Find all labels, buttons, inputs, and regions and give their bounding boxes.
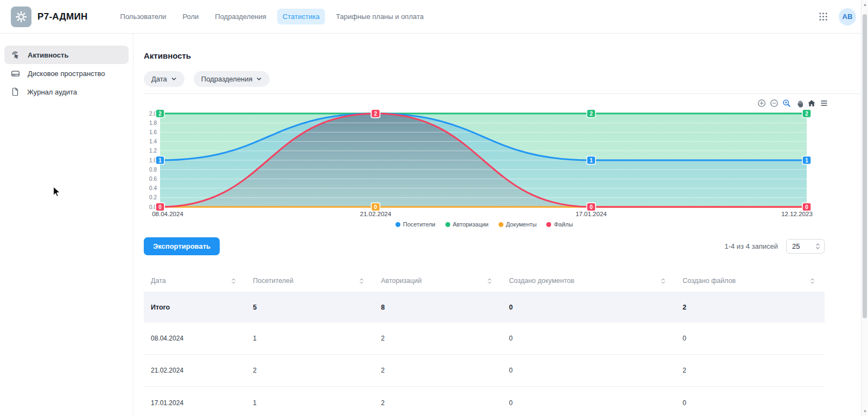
sort-icon[interactable]	[660, 278, 667, 285]
legend-label: Посетители	[403, 221, 436, 228]
pan-button[interactable]	[794, 98, 804, 108]
chart-menu-button[interactable]	[819, 98, 829, 108]
sidebar-item-activity[interactable]: Активность	[4, 46, 129, 64]
tab-users[interactable]: Пользователи	[115, 9, 172, 24]
filter-departments[interactable]: Подразделения	[194, 71, 270, 87]
reset-zoom-button[interactable]	[807, 98, 816, 108]
y-axis-tick: 1.2	[149, 148, 157, 154]
sidebar-item-label: Журнал аудита	[27, 88, 77, 96]
x-axis-label: 12.12.2023	[781, 211, 813, 217]
x-axis-label: 21.02.2024	[360, 211, 392, 217]
table-cell: 0	[502, 367, 675, 374]
legend-dot-icon	[445, 222, 450, 227]
avatar[interactable]: АВ	[839, 8, 856, 26]
y-axis-tick: 1.6	[149, 129, 157, 135]
table-row: 08.04.20241200	[144, 323, 825, 355]
legend-dot-icon	[546, 222, 551, 227]
table-cell: 0	[502, 304, 675, 311]
sort-icon[interactable]	[230, 278, 237, 285]
column-header[interactable]: Создано документов	[502, 277, 675, 285]
chevron-down-icon	[171, 76, 177, 82]
column-label: Создано файлов	[682, 277, 736, 285]
tab-statistics[interactable]: Статистика	[277, 9, 325, 24]
activity-table: ДатаПосетителейАвторизацийСоздано докуме…	[144, 270, 825, 416]
y-axis-tick: 0.8	[149, 167, 157, 173]
table-cell: 0	[502, 399, 675, 407]
svg-text:2: 2	[158, 111, 162, 117]
table-cell: 0	[502, 335, 675, 342]
disk-icon	[10, 68, 21, 79]
table-cell: 0	[675, 335, 825, 342]
export-button[interactable]: Экспортировать	[144, 237, 220, 255]
svg-text:0: 0	[374, 204, 378, 210]
zoom-in-button[interactable]	[757, 98, 767, 108]
table-cell: 5	[246, 304, 374, 311]
main-content: Активность ДатаПодразделения 0.00.20.40.…	[133, 34, 868, 416]
scrollbar-thumb[interactable]	[863, 14, 867, 318]
svg-text:0: 0	[158, 204, 162, 210]
table-cell: 8	[374, 304, 502, 311]
sidebar-item-disk-space[interactable]: Дисковое пространство	[4, 64, 129, 83]
column-header[interactable]: Дата	[144, 277, 246, 285]
legend-label: Авторизации	[453, 221, 489, 228]
app-header: Р7-АДМИН ПользователиРолиПодразделенияСт…	[0, 0, 868, 34]
svg-text:1: 1	[590, 157, 593, 163]
filter-date[interactable]: Дата	[144, 71, 184, 87]
svg-text:1: 1	[158, 157, 162, 163]
table-cell: 08.04.2024	[144, 335, 246, 342]
scroll-up-icon[interactable]: ▲	[861, 2, 868, 7]
sidebar-item-audit-log[interactable]: Журнал аудита	[4, 83, 129, 101]
table-cell: 2	[374, 335, 502, 342]
table-row: 17.01.20241200	[144, 387, 825, 416]
header-right: АВ	[819, 8, 856, 26]
table-total-row: Итого5802	[144, 292, 825, 323]
column-header[interactable]: Создано файлов	[675, 277, 825, 285]
table-header-row: ДатаПосетителейАвторизацийСоздано докуме…	[144, 270, 825, 292]
table-cell: 0	[675, 399, 825, 407]
x-axis-label: 17.01.2024	[576, 211, 607, 217]
legend-dot-icon	[395, 222, 400, 227]
activity-chart[interactable]: 0.00.20.40.60.81.01.21.41.61.82.008.04.2…	[144, 104, 825, 220]
sort-icon[interactable]	[358, 278, 365, 285]
filter-label: Подразделения	[201, 75, 253, 83]
column-header[interactable]: Авторизаций	[374, 277, 502, 285]
legend-item-3[interactable]: Файлы	[546, 221, 573, 228]
svg-text:0: 0	[590, 204, 593, 210]
table-cell: 2	[675, 304, 825, 311]
apps-grid-icon[interactable]	[819, 12, 828, 21]
page-title: Активность	[144, 51, 833, 60]
tab-roles[interactable]: Роли	[177, 9, 204, 24]
table-cell: 2	[675, 367, 825, 374]
legend-item-0[interactable]: Посетители	[395, 221, 436, 228]
y-axis-tick: 0.4	[149, 185, 157, 191]
scrollbar[interactable]: ▲ ▼	[861, 0, 868, 416]
column-label: Создано документов	[509, 277, 574, 285]
table-row: 21.02.20242202	[144, 355, 825, 387]
tab-departments[interactable]: Подразделения	[209, 9, 272, 24]
filter-label: Дата	[151, 75, 167, 83]
app-title: Р7-АДМИН	[37, 11, 88, 22]
page-size-select[interactable]: 25	[786, 239, 825, 254]
table-cell: 17.01.2024	[144, 399, 246, 407]
zoom-out-button[interactable]	[769, 98, 779, 108]
tab-tariffs[interactable]: Тарифные планы и оплата	[330, 9, 429, 24]
stepper-icon	[815, 242, 820, 250]
column-header[interactable]: Посетителей	[246, 277, 374, 285]
chevron-down-icon	[256, 76, 262, 82]
pagination: 1-4 из 4 записей 25	[724, 239, 825, 254]
y-axis-tick: 1.8	[149, 120, 157, 126]
table-cell: Итого	[144, 304, 246, 311]
sort-icon[interactable]	[486, 278, 493, 285]
table-cell: 1	[246, 399, 374, 407]
legend-item-1[interactable]: Авторизации	[445, 221, 489, 228]
column-label: Посетителей	[253, 277, 293, 285]
filters: ДатаПодразделения	[144, 71, 833, 87]
legend-item-2[interactable]: Документы	[499, 221, 537, 228]
page-size-value: 25	[792, 242, 800, 250]
sidebar-item-label: Дисковое пространство	[28, 70, 105, 78]
gear-logo-icon	[11, 7, 31, 27]
scroll-down-icon[interactable]: ▼	[861, 409, 868, 414]
svg-text:0: 0	[805, 204, 808, 210]
sort-icon[interactable]	[809, 278, 816, 285]
box-zoom-button[interactable]	[782, 98, 792, 108]
